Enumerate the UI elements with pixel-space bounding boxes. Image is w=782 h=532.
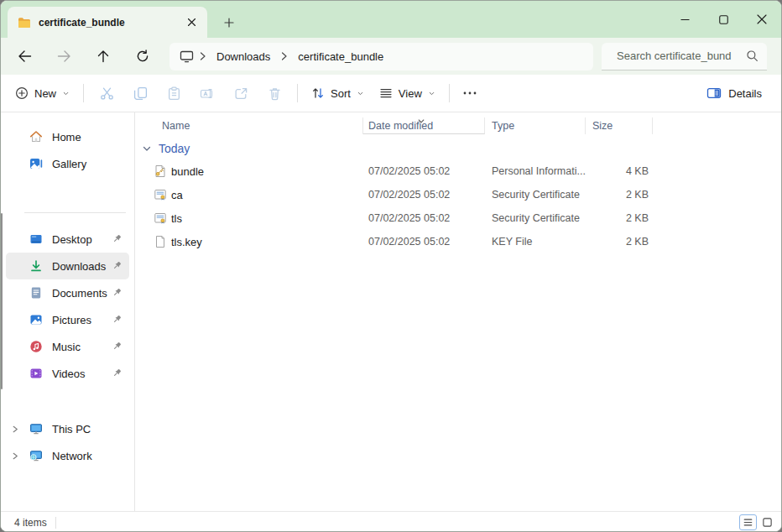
sidebar-item-pictures[interactable]: Pictures [6,306,129,333]
forward-button[interactable] [50,43,77,70]
file-row-bundle[interactable]: bundle 07/02/2025 05:02 Personal Informa… [135,159,781,183]
file-date-modified: 07/02/2025 05:02 [363,189,485,201]
sidebar-item-label: This PC [52,423,91,436]
file-type: Security Certificate [485,189,586,201]
sidebar-item-label: Documents [52,287,107,300]
navigation-bar: Downloads certificate_bundle [1,38,781,75]
videos-icon [29,367,43,380]
chevron-down-icon [62,90,70,97]
file-name[interactable]: ca [171,189,183,201]
file-name[interactable]: tls [171,212,182,225]
view-button-label: View [399,87,422,100]
more-options-button[interactable] [456,80,484,107]
share-button[interactable] [224,80,258,107]
file-size: 2 KB [586,189,653,201]
refresh-button[interactable] [129,43,156,70]
large-icons-view-toggle[interactable] [759,514,776,530]
documents-icon [29,286,43,300]
sidebar-item-network[interactable]: Network [6,442,129,469]
details-pane-icon [706,86,722,100]
search-box[interactable] [602,43,767,70]
file-size: 4 KB [586,165,653,177]
sidebar-item-desktop[interactable]: Desktop [6,226,129,253]
sidebar-item-label: Network [52,450,92,462]
search-input[interactable] [615,49,746,63]
explorer-tab[interactable]: certificate_bundle [8,7,207,38]
sort-button-label: Sort [331,87,351,100]
sidebar-scrollbar[interactable] [1,213,3,389]
sidebar-item-home[interactable]: Home [6,123,129,150]
new-tab-icon[interactable] [219,13,239,33]
sidebar-item-documents[interactable]: Documents [6,279,129,306]
pictures-icon [29,313,43,326]
rename-button[interactable] [190,80,224,107]
details-button-label: Details [728,87,762,100]
file-date-modified: 07/02/2025 05:02 [363,165,485,177]
minimize-button[interactable] [665,1,704,38]
sidebar-item-this-pc[interactable]: This PC [6,415,129,442]
chevron-right-icon [199,51,206,61]
sidebar-item-downloads[interactable]: Downloads [6,253,129,279]
this-pc-icon[interactable] [180,50,194,63]
file-row-tls-key[interactable]: tls.key 07/02/2025 05:02 KEY File 2 KB [135,230,781,253]
sidebar-item-label: Music [52,341,81,353]
pin-icon [111,232,123,245]
maximize-button[interactable] [704,1,743,38]
navigation-pane: Home Gallery Desktop [1,112,135,511]
sidebar-item-music[interactable]: Music [6,333,129,360]
titlebar[interactable]: certificate_bundle [1,1,781,38]
sidebar-item-label: Downloads [52,260,106,273]
file-name[interactable]: bundle [171,165,204,178]
music-icon [29,340,43,353]
paste-button[interactable] [157,80,190,107]
sidebar-spacer [1,387,134,415]
column-header-type[interactable]: Type [485,117,586,134]
breadcrumb-downloads[interactable]: Downloads [211,48,275,65]
downloads-icon [29,259,43,273]
file-row-tls[interactable]: tls 07/02/2025 05:02 Security Certificat… [135,206,781,230]
copy-button[interactable] [123,80,157,107]
delete-button[interactable] [258,80,291,107]
column-header-name[interactable]: Name [135,117,363,134]
details-view-toggle[interactable] [739,514,757,530]
view-button[interactable]: View [372,80,443,107]
status-bar: 4 items [1,511,781,532]
sidebar-item-gallery[interactable]: Gallery [6,150,129,177]
sidebar-item-videos[interactable]: Videos [6,360,129,387]
details-pane-button[interactable]: Details [699,80,769,107]
pin-icon [111,286,123,299]
chevron-right-icon [280,51,288,61]
up-button[interactable] [90,43,117,70]
breadcrumb[interactable]: Downloads certificate_bundle [169,43,593,70]
group-header-today[interactable]: Today [135,138,781,159]
back-button[interactable] [11,43,38,70]
toolbar-separator [83,84,84,102]
security-certificate-file-icon [154,188,167,201]
chevron-right-icon[interactable] [11,424,19,436]
key-file-icon [154,235,167,248]
column-headers: Name Date modified Type Size [135,114,781,138]
file-type: Personal Informati... [485,165,586,177]
toolbar-separator [297,84,298,102]
chevron-down-icon [428,90,435,97]
file-date-modified: 07/02/2025 05:02 [363,212,485,224]
file-date-modified: 07/02/2025 05:02 [363,236,485,248]
cut-button[interactable] [90,80,123,107]
column-header-size[interactable]: Size [586,117,653,134]
view-icon [379,86,393,100]
chevron-right-icon[interactable] [11,451,19,463]
folder-icon [18,17,31,29]
sort-button[interactable]: Sort [304,80,372,107]
pin-icon [111,313,123,326]
breadcrumb-certificate-bundle[interactable]: certificate_bundle [293,48,388,65]
new-button-label: New [34,87,56,100]
file-name[interactable]: tls.key [171,236,202,248]
tab-close-icon[interactable] [182,13,201,32]
close-button[interactable] [743,1,781,38]
file-row-ca[interactable]: ca 07/02/2025 05:02 Security Certificate… [135,183,781,206]
command-bar: New Sort [1,75,781,112]
new-button[interactable]: New [8,80,77,107]
chevron-down-icon[interactable] [142,143,152,154]
search-icon[interactable] [746,50,759,62]
sidebar-item-label: Home [52,131,81,143]
